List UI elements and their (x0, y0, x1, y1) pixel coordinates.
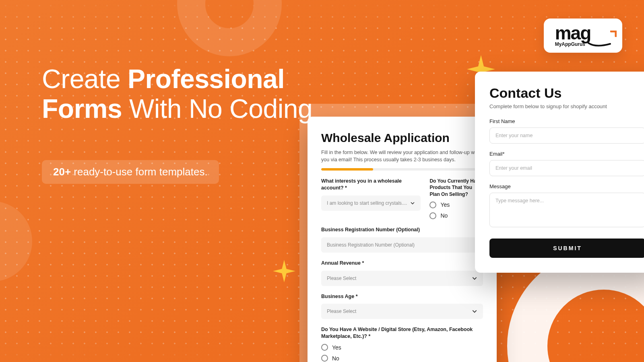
email-input[interactable] (489, 160, 644, 176)
sparkle-icon (273, 260, 295, 282)
select-placeholder: Please Select (327, 276, 356, 281)
revenue-select[interactable]: Please Select (321, 271, 483, 286)
input-placeholder: Business Registration Number (Optional) (327, 242, 415, 248)
contact-title: Contact Us (489, 85, 644, 101)
radio-label: Yes (332, 344, 341, 351)
brand-accent-icon (610, 23, 617, 30)
headline-part: Create (42, 64, 128, 94)
decor-ring-top (177, 0, 282, 56)
brand-swoosh-icon (588, 41, 611, 47)
radio-icon (429, 212, 436, 219)
radio-no[interactable]: No (321, 355, 483, 362)
radio-icon (321, 344, 328, 351)
radio-label: Yes (440, 202, 450, 208)
headline: Create Professional Forms With No Coding (42, 64, 324, 124)
message-label: Message (489, 183, 644, 189)
radio-icon (321, 355, 328, 362)
first-name-label: First Name (489, 118, 644, 124)
tagline-pill: 20+ ready-to-use form templates. (42, 160, 219, 184)
decor-blob-left (0, 201, 32, 282)
chevron-down-icon (410, 201, 415, 206)
marketing-canvas: mag MyAppGurus Create Professional Forms… (0, 0, 644, 362)
headline-part: With No Coding (122, 94, 312, 123)
contact-us-form: Contact Us Complete form below to signup… (475, 72, 644, 273)
radio-icon (429, 202, 436, 208)
brand-logo: mag MyAppGurus (544, 19, 622, 53)
tagline-bold: 20+ (53, 166, 71, 178)
radio-yes[interactable]: Yes (321, 344, 483, 351)
website-question-label: Do You Have A Website / Digital Store (E… (321, 326, 483, 340)
email-label: Email* (489, 151, 644, 157)
chevron-down-icon (472, 276, 477, 281)
brn-label: Business Registration Number (Optional) (321, 226, 483, 233)
interest-select[interactable]: I am looking to start selling crystals..… (321, 195, 421, 211)
business-age-select[interactable]: Please Select (321, 304, 483, 319)
radio-label: No (440, 212, 448, 219)
chevron-down-icon (472, 309, 477, 314)
submit-button[interactable]: SUBMIT (489, 239, 644, 258)
message-textarea[interactable] (489, 193, 644, 227)
form-description: Fill in the form below. We will review y… (321, 149, 483, 163)
progress-bar-fill (321, 168, 373, 171)
brn-input[interactable]: Business Registration Number (Optional) (321, 237, 483, 253)
revenue-label: Annual Revenue * (321, 260, 483, 267)
interest-label: What interests you in a wholesale accoun… (321, 178, 421, 191)
form-title: Wholesale Application (321, 131, 483, 145)
brand-name: mag (555, 26, 591, 41)
interest-select-value: I am looking to start selling crystals..… (327, 200, 407, 206)
contact-description: Complete form below to signup for shopif… (489, 103, 644, 109)
tagline-rest: ready-to-use form templates. (71, 166, 208, 178)
wholesale-application-form: Wholesale Application Fill in the form b… (308, 117, 497, 362)
progress-bar (321, 168, 483, 171)
select-placeholder: Please Select (327, 309, 356, 314)
first-name-input[interactable] (489, 128, 644, 144)
radio-label: No (332, 355, 339, 362)
business-age-label: Business Age * (321, 293, 483, 300)
